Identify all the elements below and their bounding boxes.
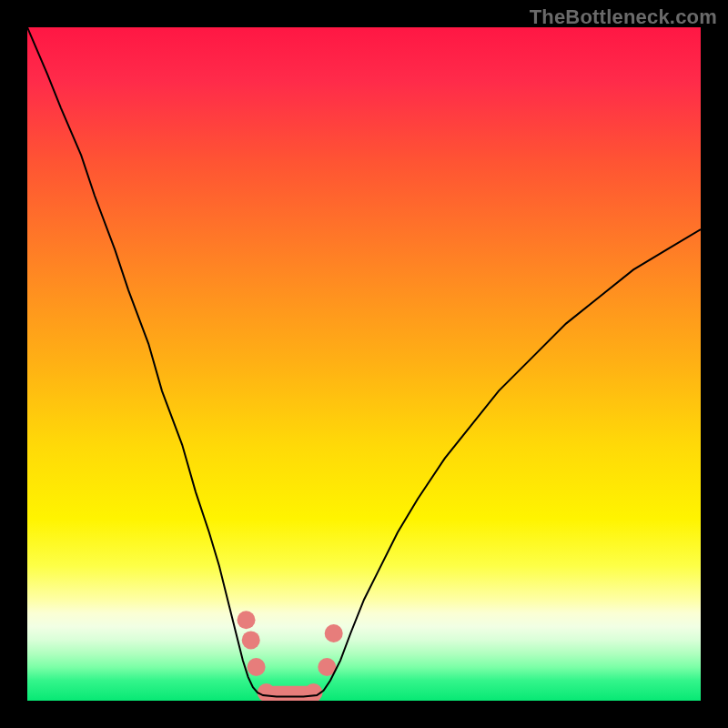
svg-point-1 [238,611,256,629]
chart-frame: TheBottleneck.com [0,0,728,728]
bottleneck-curve [27,27,701,697]
plot-area [27,27,701,701]
svg-point-7 [325,624,343,642]
curve-layer [27,27,701,701]
svg-point-3 [248,658,266,676]
svg-point-2 [242,631,260,649]
watermark-attribution: TheBottleneck.com [530,5,717,29]
